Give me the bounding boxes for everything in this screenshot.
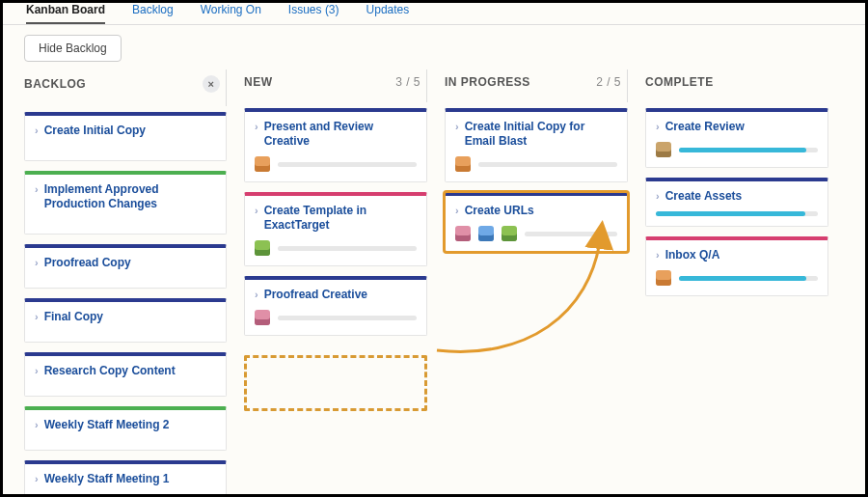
avatar xyxy=(255,240,270,256)
column-count: 2 / 5 xyxy=(596,75,621,89)
tab-updates[interactable]: Updates xyxy=(366,3,410,24)
card-list: ›Present and Review Creative ›Create Tem… xyxy=(244,108,427,411)
card-list: ›Create Review ›Create Assets ›Inbox Q/A xyxy=(645,108,828,296)
card-title-text: Weekly Staff Meeting 1 xyxy=(44,472,170,486)
app-frame: Kanban Board Backlog Working On Issues (… xyxy=(0,0,868,497)
column-complete: COMPLETE ›Create Review ›Create Assets ›… xyxy=(645,69,828,497)
progress-bar xyxy=(278,316,417,320)
column-backlog: BACKLOG × ›Create Initial Copy ›Implemen… xyxy=(24,69,227,497)
chevron-right-icon: › xyxy=(35,124,39,138)
card-title-text: Create Template in ExactTarget xyxy=(264,204,417,233)
backlog-card[interactable]: ›Weekly Staff Meeting 2 xyxy=(24,406,227,451)
progress-bar xyxy=(525,232,617,236)
card-title-text: Present and Review Creative xyxy=(264,120,417,149)
avatar xyxy=(255,310,270,325)
column-count: 3 / 5 xyxy=(395,75,420,89)
backlog-card[interactable]: ›Implement Approved Production Changes xyxy=(24,171,227,235)
chevron-right-icon: › xyxy=(35,419,39,432)
card-title-text: Proofread Copy xyxy=(44,256,131,270)
avatar xyxy=(255,156,270,172)
drop-target[interactable] xyxy=(244,355,427,411)
card-title-text: Create Initial Copy for Email Blast xyxy=(465,120,617,149)
chevron-right-icon: › xyxy=(255,121,258,134)
backlog-card[interactable]: ›Research Copy Content xyxy=(24,352,227,397)
new-card[interactable]: ›Create Template in ExactTarget xyxy=(244,192,427,266)
backlog-card[interactable]: ›Create Initial Copy xyxy=(24,112,227,161)
avatar xyxy=(502,226,517,241)
card-title-text: Create URLs xyxy=(465,204,534,218)
inprogress-card-selected[interactable]: ›Create URLs xyxy=(445,192,628,252)
card-title-text: Final Copy xyxy=(44,310,103,324)
card-title-text: Weekly Staff Meeting 2 xyxy=(44,418,170,432)
progress-bar xyxy=(679,148,818,152)
close-icon[interactable]: × xyxy=(203,75,220,93)
progress-placeholder xyxy=(35,219,216,224)
tab-kanban-board[interactable]: Kanban Board xyxy=(26,3,105,24)
avatar xyxy=(656,142,671,157)
avatar xyxy=(656,270,671,286)
backlog-card[interactable]: ›Proofread Copy xyxy=(24,244,227,289)
backlog-card[interactable]: ›Final Copy xyxy=(24,298,227,343)
column-title: COMPLETE xyxy=(645,75,714,89)
column-title: IN PROGRESS xyxy=(445,75,530,89)
progress-bar xyxy=(278,162,417,167)
card-title-text: Create Review xyxy=(665,120,745,134)
avatar xyxy=(455,156,471,172)
chevron-right-icon: › xyxy=(656,249,660,262)
inprogress-card[interactable]: ›Create Initial Copy for Email Blast xyxy=(445,108,628,182)
progress-bar xyxy=(679,276,818,281)
hide-backlog-wrap: Hide Backlog xyxy=(24,35,844,62)
chevron-right-icon: › xyxy=(656,190,660,204)
chevron-right-icon: › xyxy=(35,473,39,486)
progress-bar xyxy=(656,211,818,216)
column-header: BACKLOG × xyxy=(24,69,227,106)
tab-issues[interactable]: Issues (3) xyxy=(288,3,339,24)
column-title: BACKLOG xyxy=(24,77,86,91)
avatar xyxy=(478,226,494,241)
hide-backlog-button[interactable]: Hide Backlog xyxy=(24,35,122,62)
card-title-text: Proofread Creative xyxy=(264,288,367,302)
card-title-text: Weekly Staff Meeting 1 xyxy=(44,492,170,497)
card-title-text: Create Initial Copy xyxy=(44,124,146,138)
backlog-card[interactable]: ›Weekly Staff Meeting 1 ›Weekly Staff Me… xyxy=(24,460,227,497)
chevron-right-icon: › xyxy=(35,365,39,378)
column-in-progress: IN PROGRESS 2 / 5 ›Create Initial Copy f… xyxy=(445,69,628,497)
tab-backlog[interactable]: Backlog xyxy=(132,3,174,24)
complete-card[interactable]: ›Create Assets xyxy=(645,178,828,227)
column-header: COMPLETE xyxy=(645,69,828,102)
complete-card[interactable]: ›Create Review xyxy=(645,108,828,168)
chevron-right-icon: › xyxy=(35,493,39,497)
progress-placeholder xyxy=(35,146,216,151)
card-title-text: Implement Approved Production Changes xyxy=(44,182,216,211)
tab-working-on[interactable]: Working On xyxy=(201,3,261,24)
complete-card[interactable]: ›Inbox Q/A xyxy=(645,236,828,296)
card-title-text: Create Assets xyxy=(665,189,743,204)
chevron-right-icon: › xyxy=(255,205,258,218)
chevron-right-icon: › xyxy=(35,183,39,197)
chevron-right-icon: › xyxy=(455,205,459,218)
chevron-right-icon: › xyxy=(35,257,39,270)
progress-bar xyxy=(278,246,417,251)
card-title-text: Research Copy Content xyxy=(44,364,176,378)
column-header: NEW 3 / 5 xyxy=(244,69,427,102)
chevron-right-icon: › xyxy=(255,289,258,302)
chevron-right-icon: › xyxy=(656,121,660,134)
avatar xyxy=(455,226,471,241)
chevron-right-icon: › xyxy=(455,121,459,134)
kanban-board: BACKLOG × ›Create Initial Copy ›Implemen… xyxy=(3,69,865,497)
column-new: NEW 3 / 5 ›Present and Review Creative ›… xyxy=(244,69,427,497)
new-card[interactable]: ›Proofread Creative xyxy=(244,276,427,336)
progress-bar xyxy=(478,162,617,167)
card-list: ›Create Initial Copy ›Implement Approved… xyxy=(24,112,227,497)
card-list: ›Create Initial Copy for Email Blast ›Cr… xyxy=(445,108,628,252)
column-title: NEW xyxy=(244,75,273,89)
card-title-text: Inbox Q/A xyxy=(665,248,720,262)
new-card[interactable]: ›Present and Review Creative xyxy=(244,108,427,182)
column-header: IN PROGRESS 2 / 5 xyxy=(445,69,628,102)
chevron-right-icon: › xyxy=(35,311,39,324)
top-tabs: Kanban Board Backlog Working On Issues (… xyxy=(3,3,865,25)
